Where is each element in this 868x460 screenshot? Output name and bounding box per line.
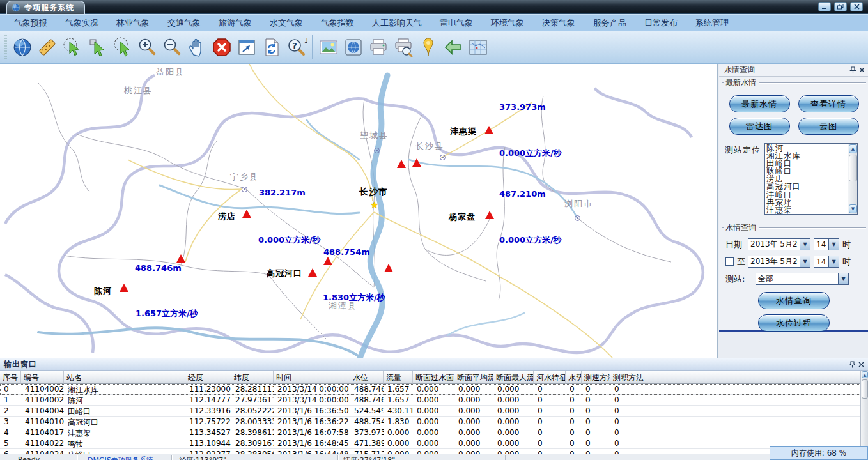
station-list-scrollbar[interactable]: ▲ ▼: [848, 144, 857, 214]
menu-item-13[interactable]: 日常发布: [635, 17, 686, 29]
column-header[interactable]: 断面过水面: [413, 371, 454, 384]
date-combo-2[interactable]: 2013年 5月20日 ▼: [748, 256, 810, 268]
station-triangle-marker[interactable]: [412, 158, 421, 167]
menu-item-11[interactable]: 决策气象: [533, 17, 584, 29]
column-header[interactable]: 测速方法: [582, 371, 610, 384]
menu-item-1[interactable]: 气象预报: [5, 17, 56, 29]
export-image-icon[interactable]: [316, 34, 341, 60]
close-output-icon[interactable]: [856, 360, 865, 369]
menu-item-6[interactable]: 水文气象: [261, 17, 312, 29]
menu-item-7[interactable]: 气象指数: [312, 17, 363, 29]
station-listbox[interactable]: 陈河湘江水库田峪口耿峪口涝店高冠河口沣峪口冉家坪沣惠渠 ▲ ▼: [764, 143, 858, 215]
menu-item-4[interactable]: 交通气象: [159, 17, 210, 29]
back-icon[interactable]: [440, 34, 465, 60]
scroll-thumb[interactable]: [849, 155, 857, 181]
column-header[interactable]: 编号: [21, 371, 64, 384]
pin-icon[interactable]: [848, 66, 857, 75]
pan-hand-icon[interactable]: [184, 34, 209, 60]
column-header[interactable]: 序号: [0, 371, 21, 384]
latest-water-button[interactable]: 最新水情: [729, 95, 790, 112]
menu-item-2[interactable]: 气象实况: [56, 17, 107, 29]
menu-item-9[interactable]: 雷电气象: [431, 17, 482, 29]
zoom-out-icon[interactable]: [159, 34, 184, 60]
cloud-image-button[interactable]: 云图: [798, 118, 859, 135]
menu-item-8[interactable]: 人工影响天气: [363, 17, 431, 29]
view-details-button[interactable]: 查看详情: [798, 95, 859, 112]
chevron-down-icon[interactable]: ▼: [828, 239, 839, 250]
table-scrollbar[interactable]: ▲ ▼: [860, 371, 868, 454]
locate-pin-icon[interactable]: [415, 34, 440, 60]
to-date-checkbox[interactable]: [725, 257, 734, 266]
station-triangle-marker[interactable]: [397, 160, 406, 168]
table-row[interactable]: 541104022鸣犊113.10944428.3091672013/1/6 1…: [0, 438, 860, 449]
column-header[interactable]: 水位: [350, 371, 384, 384]
chevron-down-icon[interactable]: ▼: [800, 239, 810, 250]
radar-chart-button[interactable]: 雷达图: [729, 118, 790, 135]
table-row[interactable]: 341104010高冠河口112.75722228.0033332013/1/6…: [0, 417, 860, 427]
identify-icon[interactable]: ?±: [284, 34, 309, 60]
overview-map-icon[interactable]: [465, 34, 490, 60]
station-triangle-marker[interactable]: [242, 210, 251, 218]
print-icon[interactable]: [366, 34, 391, 60]
column-header[interactable]: 流量: [384, 371, 413, 384]
column-header[interactable]: 断面最大流: [493, 371, 534, 384]
chevron-down-icon[interactable]: ▼: [838, 273, 848, 284]
refresh-icon[interactable]: [259, 34, 284, 60]
column-header[interactable]: 测积方法: [610, 371, 868, 384]
minimize-button[interactable]: [818, 2, 831, 12]
menu-item-12[interactable]: 服务产品: [584, 17, 635, 29]
date-combo[interactable]: 2013年 5月20日 ▼: [748, 238, 810, 250]
hour-combo-2[interactable]: 14 ▼: [814, 256, 839, 268]
print-preview-icon[interactable]: [391, 34, 415, 60]
menu-item-3[interactable]: 林业气象: [107, 17, 159, 29]
column-header[interactable]: 时间: [274, 371, 350, 384]
column-header[interactable]: 站名: [64, 371, 185, 384]
column-header[interactable]: 断面平均流: [454, 371, 493, 384]
chevron-down-icon[interactable]: ▼: [800, 256, 810, 267]
table-row[interactable]: 041104002湘江水库111.23000028.2811112013/3/1…: [0, 384, 860, 395]
station-combo[interactable]: 全部 ▼: [756, 273, 849, 285]
station-triangle-marker[interactable]: [485, 211, 494, 219]
hour-combo[interactable]: 14 ▼: [814, 238, 839, 250]
scroll-up-arrow[interactable]: ▲: [862, 371, 868, 378]
close-panel-icon[interactable]: [857, 66, 866, 75]
pin-icon[interactable]: [848, 360, 856, 369]
table-row[interactable]: 241104004田峪口112.33916728.0522222013/1/6 …: [0, 406, 860, 417]
zoom-in-icon[interactable]: [134, 34, 159, 60]
scroll-down-arrow[interactable]: ▼: [849, 204, 857, 213]
menu-item-5[interactable]: 旅游气象: [210, 17, 261, 29]
station-triangle-marker[interactable]: [484, 126, 493, 134]
map-view[interactable]: 益阳县桃江县望城县长沙县宁乡县浏阳市湘潭县长沙市沣惠渠涝店杨家盘高冠河口陈河37…: [0, 64, 717, 358]
table-row[interactable]: 641104024庄峪口112.92277828.2830562013/1/6 …: [0, 449, 860, 454]
table-cell: 112.757222: [185, 417, 231, 427]
scroll-up-arrow[interactable]: ▲: [849, 144, 857, 153]
select-by-circle-icon[interactable]: [59, 34, 84, 60]
table-row[interactable]: 141104002陈河112.14777827.9736112013/3/14 …: [0, 395, 860, 406]
map-window-icon[interactable]: [341, 34, 366, 60]
column-header[interactable]: 经度: [185, 371, 231, 384]
station-triangle-marker[interactable]: [384, 264, 393, 272]
scroll-thumb[interactable]: [862, 379, 868, 399]
stop-icon[interactable]: [209, 34, 234, 60]
close-button[interactable]: [850, 2, 863, 12]
menu-item-10[interactable]: 环境气象: [482, 17, 533, 29]
water-level-process-button[interactable]: 水位过程: [758, 314, 830, 332]
restore-button[interactable]: [834, 2, 847, 12]
globe-icon[interactable]: [10, 34, 35, 60]
menu-item-14[interactable]: 系统管理: [686, 17, 738, 29]
measure-ruler-icon[interactable]: [35, 34, 59, 60]
station-triangle-marker[interactable]: [176, 254, 185, 263]
station-triangle-marker[interactable]: [120, 284, 128, 292]
station-list-item[interactable]: 沣惠渠: [766, 206, 846, 214]
water-query-button[interactable]: 水情查询: [758, 292, 830, 309]
chevron-down-icon[interactable]: ▼: [828, 256, 839, 267]
select-feature-icon[interactable]: [84, 34, 109, 60]
column-header[interactable]: 纬度: [231, 371, 274, 384]
zoom-window-icon[interactable]: [234, 34, 259, 60]
table-row[interactable]: 441104017沣惠渠113.34527828.3986112013/1/6 …: [0, 427, 860, 438]
column-header[interactable]: 河水特征码: [534, 371, 566, 384]
deselect-features-icon[interactable]: [109, 34, 134, 60]
station-triangle-marker[interactable]: [308, 268, 317, 277]
station-triangle-marker[interactable]: [323, 257, 332, 265]
column-header[interactable]: 水势: [566, 371, 582, 384]
